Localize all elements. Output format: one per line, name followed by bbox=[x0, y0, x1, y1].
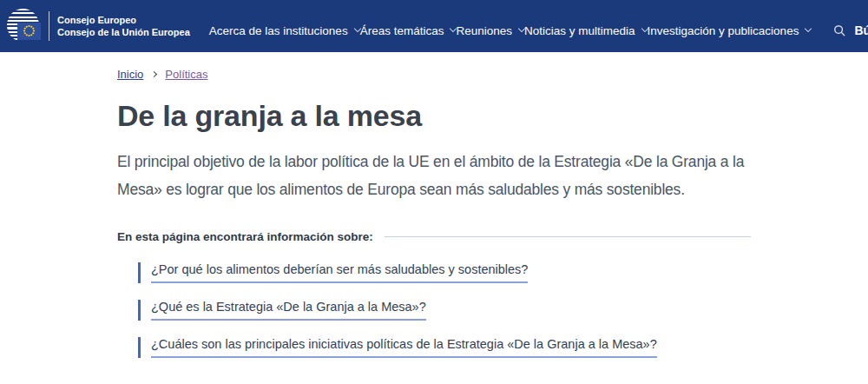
toc-link-estrategia[interactable]: ¿Qué es la Estrategia «De la Granja a la… bbox=[151, 300, 426, 321]
accent-bar bbox=[138, 262, 141, 283]
main-content: Inicio Políticas De la granja a la mesa … bbox=[0, 68, 868, 358]
nav-item-label: Acerca de las instituciones bbox=[209, 24, 348, 37]
eu-flag-icon bbox=[17, 23, 41, 40]
chevron-right-icon bbox=[151, 71, 157, 77]
page-title: De la granja a la mesa bbox=[117, 99, 751, 133]
chevron-down-icon bbox=[805, 25, 812, 32]
breadcrumb: Inicio Políticas bbox=[117, 68, 751, 81]
nav-item-label: Reuniones bbox=[456, 24, 512, 37]
toc-item: ¿Qué es la Estrategia «De la Granja a la… bbox=[117, 300, 751, 321]
toc-link-iniciativas[interactable]: ¿Cuáles son las principales iniciativas … bbox=[151, 337, 657, 358]
main-nav: Acerca de las instituciones Áreas temáti… bbox=[190, 24, 834, 37]
logo-divider bbox=[49, 11, 49, 41]
logo[interactable]: Consejo Europeo Consejo de la Unión Euro… bbox=[7, 7, 190, 45]
intro-paragraph: El principal objetivo de la labor políti… bbox=[117, 148, 751, 203]
search-label: Búsqueda bbox=[854, 23, 868, 37]
search-button[interactable]: Búsqueda bbox=[833, 23, 868, 37]
site-header: Consejo Europeo Consejo de la Unión Euro… bbox=[0, 0, 868, 52]
logo-line2: Consejo de la Unión Europea bbox=[57, 26, 190, 39]
accent-bar bbox=[138, 300, 141, 321]
toc-link-saludables[interactable]: ¿Por qué los alimentos deberían ser más … bbox=[151, 262, 528, 283]
nav-item-instituciones[interactable]: Acerca de las instituciones bbox=[209, 24, 360, 37]
logo-text: Consejo Europeo Consejo de la Unión Euro… bbox=[57, 14, 190, 39]
nav-item-label: Investigación y publicaciones bbox=[648, 24, 799, 37]
horizontal-rule bbox=[385, 236, 751, 237]
toc-label: En esta página encontrará información so… bbox=[117, 230, 373, 243]
council-emblem-icon bbox=[7, 7, 42, 45]
toc-item: ¿Por qué los alimentos deberían ser más … bbox=[117, 262, 751, 283]
nav-item-label: Áreas temáticas bbox=[360, 24, 444, 37]
nav-item-reuniones[interactable]: Reuniones bbox=[456, 24, 524, 37]
nav-item-label: Noticias y multimedia bbox=[524, 24, 635, 37]
nav-item-investigacion[interactable]: Investigación y publicaciones bbox=[648, 24, 812, 37]
breadcrumb-link-politicas[interactable]: Políticas bbox=[165, 68, 207, 81]
search-icon bbox=[833, 24, 846, 37]
toc-list: ¿Por qué los alimentos deberían ser más … bbox=[117, 262, 751, 358]
accent-bar bbox=[138, 337, 141, 358]
toc-item: ¿Cuáles son las principales iniciativas … bbox=[117, 337, 751, 358]
breadcrumb-link-inicio[interactable]: Inicio bbox=[117, 68, 143, 81]
toc-header: En esta página encontrará información so… bbox=[117, 230, 751, 243]
nav-item-noticias[interactable]: Noticias y multimedia bbox=[524, 24, 648, 37]
nav-item-areas-tematicas[interactable]: Áreas temáticas bbox=[360, 24, 457, 37]
logo-line1: Consejo Europeo bbox=[57, 14, 190, 27]
